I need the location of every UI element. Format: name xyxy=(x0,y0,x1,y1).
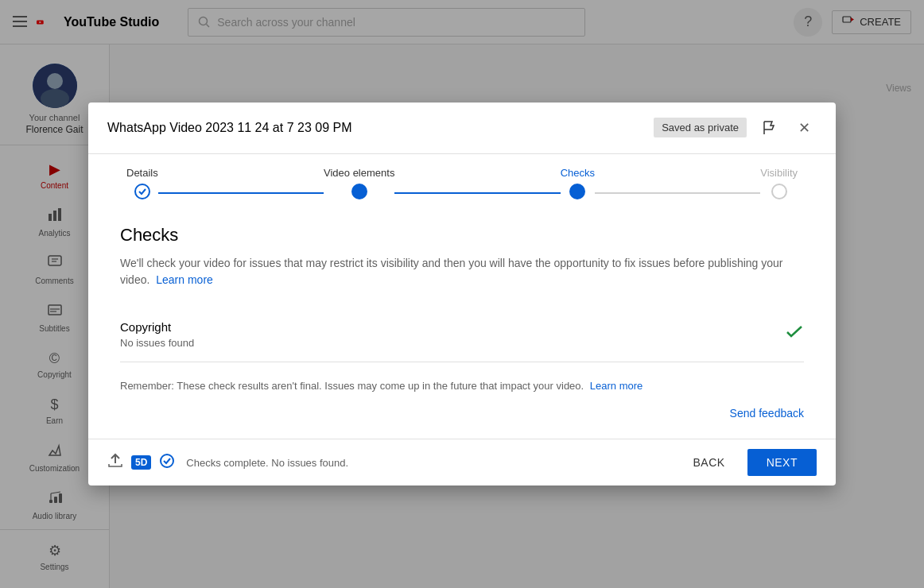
modal-backdrop: WhatsApp Video 2023 11 24 at 7 23 09 PM … xyxy=(0,0,924,588)
connector-3 xyxy=(595,192,760,194)
footer-check-icon xyxy=(159,453,175,473)
svg-point-26 xyxy=(161,455,173,467)
step-visibility: Visibility xyxy=(760,167,798,199)
modal-body: Checks We'll check your video for issues… xyxy=(88,206,836,439)
learn-more-link[interactable]: Learn more xyxy=(156,273,213,286)
check-info: Copyright No issues found xyxy=(120,320,772,349)
flag-icon[interactable] xyxy=(756,115,782,141)
footer-left: 5D Checks complete. No issues found. xyxy=(107,453,348,473)
stepper: Details Video elements Checks Visibi xyxy=(88,154,836,206)
back-button[interactable]: BACK xyxy=(681,450,738,475)
step-visibility-label: Visibility xyxy=(760,167,798,179)
step-details-label: Details xyxy=(126,167,158,179)
step-video-elements-dot xyxy=(351,184,367,199)
connector-2 xyxy=(394,192,560,194)
checks-description: We'll check your video for issues that m… xyxy=(120,255,804,288)
step-details: Details xyxy=(126,167,158,199)
close-icon[interactable]: ✕ xyxy=(791,115,817,141)
step-checks-label: Checks xyxy=(561,167,595,179)
step-video-elements-label: Video elements xyxy=(324,167,394,179)
copyright-check: Copyright No issues found xyxy=(120,308,804,362)
connector-1 xyxy=(158,192,324,194)
modal-header: WhatsApp Video 2023 11 24 at 7 23 09 PM … xyxy=(88,103,836,154)
modal-title: WhatsApp Video 2023 11 24 at 7 23 09 PM xyxy=(107,121,644,135)
quality-badge: 5D xyxy=(131,455,151,470)
checks-title: Checks xyxy=(120,225,804,246)
step-visibility-dot xyxy=(771,184,787,199)
send-feedback-link[interactable]: Send feedback xyxy=(120,407,804,420)
saved-badge: Saved as private xyxy=(654,118,747,137)
footer-status: Checks complete. No issues found. xyxy=(186,457,348,469)
upload-modal: WhatsApp Video 2023 11 24 at 7 23 09 PM … xyxy=(88,103,836,486)
modal-footer: 5D Checks complete. No issues found. BAC… xyxy=(88,439,836,485)
footer-right: BACK NEXT xyxy=(681,449,817,476)
next-button[interactable]: NEXT xyxy=(747,449,817,476)
check-result-icon xyxy=(785,322,804,346)
reminder-text: Remember: These check results aren't fin… xyxy=(120,378,804,395)
learn-more-reminder-link[interactable]: Learn more xyxy=(590,380,643,392)
check-name: Copyright xyxy=(120,320,772,334)
upload-icon xyxy=(107,453,123,473)
step-checks-dot xyxy=(569,184,585,199)
check-status: No issues found xyxy=(120,337,772,349)
step-details-dot xyxy=(134,184,150,199)
step-video-elements: Video elements xyxy=(324,167,394,199)
step-checks: Checks xyxy=(561,167,595,199)
